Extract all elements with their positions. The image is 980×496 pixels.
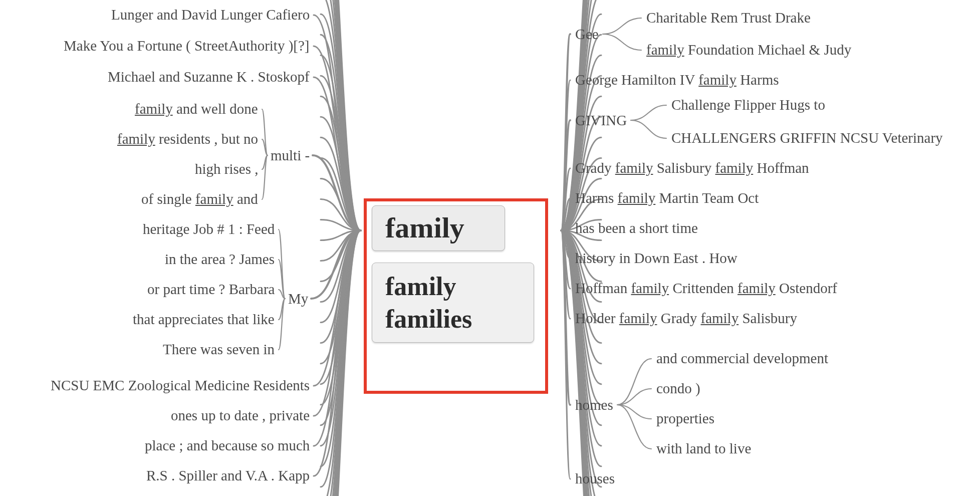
tree-leaf[interactable]: history in Down East . How <box>575 251 738 267</box>
tree-branch-label[interactable]: homes <box>575 397 613 413</box>
tree-leaf[interactable]: or part time ? Barbara <box>147 282 275 298</box>
tree-leaf[interactable]: family and well done <box>135 101 258 117</box>
center-word: family <box>385 211 464 244</box>
tree-leaf[interactable]: Grady family Salisbury family Hoffman <box>575 160 809 176</box>
tree-leaf[interactable]: Michael and Suzanne K . Stoskopf <box>108 69 310 85</box>
tree-leaf[interactable]: properties <box>656 411 714 427</box>
tree-leaf[interactable]: CHALLENGERS GRIFFIN NCSU Veterinary <box>671 130 943 146</box>
tree-leaf[interactable]: NCSU EMC Zoological Medicine Residents <box>51 378 310 394</box>
tree-leaf[interactable]: heritage Job # 1 : Feed <box>143 221 275 237</box>
tree-leaf[interactable]: condo ) <box>656 381 700 397</box>
center-variant-2: families <box>385 303 521 335</box>
center-word-card[interactable]: family <box>372 205 505 251</box>
tree-leaf[interactable]: houses <box>575 471 615 487</box>
tree-leaf[interactable]: R.S . Spiller and V.A . Kapp <box>146 468 310 484</box>
tree-leaf[interactable]: Charitable Rem Trust Drake <box>646 10 811 26</box>
tree-leaf[interactable]: Holder family Grady family Salisbury <box>575 311 797 327</box>
tree-branch-label[interactable]: GIVING <box>575 112 627 129</box>
tree-leaf[interactable]: and commercial development <box>656 351 828 367</box>
tree-leaf[interactable]: Make You a Fortune ( StreetAuthority )[?… <box>64 38 310 54</box>
tree-branch-label[interactable]: Gee <box>575 26 599 43</box>
tree-leaf[interactable]: ones up to date , private <box>171 408 310 424</box>
tree-leaf[interactable]: with land to live <box>656 441 751 457</box>
tree-leaf[interactable]: high rises , <box>195 161 258 177</box>
tree-branch-label[interactable]: multi - <box>271 147 310 164</box>
tree-leaf[interactable]: that appreciates that like <box>133 312 275 328</box>
tree-leaf[interactable]: family Foundation Michael & Judy <box>646 42 851 58</box>
tree-leaf[interactable]: Lunger and David Lunger Cafiero <box>111 7 310 23</box>
tree-leaf[interactable]: George Hamilton IV family Harms <box>575 72 779 88</box>
tree-leaf[interactable]: place ; and because so much <box>145 438 310 454</box>
tree-branch-label[interactable]: My <box>288 291 308 307</box>
tree-leaf[interactable]: family residents , but no <box>117 131 258 147</box>
tree-leaf[interactable]: has been a short time <box>575 220 698 236</box>
tree-leaf[interactable]: Harms family Martin Team Oct <box>575 190 759 206</box>
center-variant-1: family <box>385 270 521 303</box>
tree-leaf[interactable]: in the area ? James <box>165 252 275 268</box>
tree-leaf[interactable]: Hoffman family Crittenden family Ostendo… <box>575 281 837 297</box>
tree-leaf[interactable]: There was seven in <box>163 342 275 358</box>
word-tree-viewport[interactable]: family family families Lunger and David … <box>0 0 980 496</box>
tree-leaf[interactable]: of single family and <box>141 191 258 207</box>
center-variants-card[interactable]: family families <box>372 263 534 343</box>
tree-leaf[interactable]: Challenge Flipper Hugs to <box>671 97 825 113</box>
